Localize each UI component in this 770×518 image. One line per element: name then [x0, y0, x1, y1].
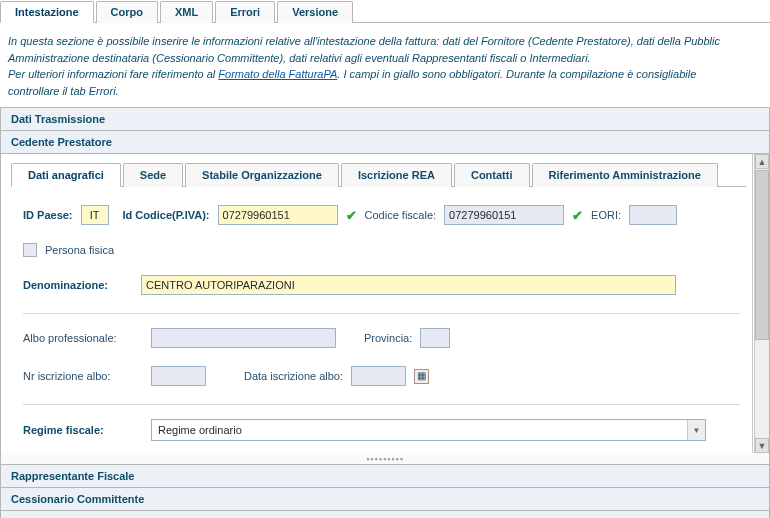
eori-input[interactable]: [629, 205, 677, 225]
albo-prof-input[interactable]: [151, 328, 336, 348]
intro-line3a: Per ulteriori informazioni fare riferime…: [8, 68, 218, 80]
id-paese-label: ID Paese:: [23, 209, 73, 221]
codice-fiscale-input[interactable]: [444, 205, 564, 225]
acc-terzo-intermediario[interactable]: Terzo Intermediario O Soggetto Emittente: [0, 511, 770, 518]
acc-rappresentante-fiscale[interactable]: Rappresentante Fiscale: [0, 465, 770, 488]
intro-line1: In questa sezione è possibile inserire l…: [8, 35, 720, 47]
id-codice-label: Id Codice(P.IVA):: [123, 209, 210, 221]
tab-versione[interactable]: Versione: [277, 1, 353, 23]
provincia-input[interactable]: [420, 328, 450, 348]
scroll-up-button[interactable]: ▲: [755, 154, 769, 169]
albo-prof-label: Albo professionale:: [23, 332, 143, 344]
intro-line3b: . I campi in giallo sono obbligatori. Du…: [337, 68, 696, 80]
check-icon: ✔: [346, 208, 357, 223]
itab-rif-amm[interactable]: Riferimento Amministrazione: [532, 163, 718, 187]
formato-fatturapa-link[interactable]: Formato della FatturaPA: [218, 68, 337, 80]
itab-contatti[interactable]: Contatti: [454, 163, 530, 187]
id-paese-input[interactable]: [81, 205, 109, 225]
itab-stabile-org[interactable]: Stabile Organizzazione: [185, 163, 339, 187]
data-iscrizione-label: Data iscrizione albo:: [244, 370, 343, 382]
separator: [23, 404, 740, 405]
check-icon: ✔: [572, 208, 583, 223]
calendar-icon[interactable]: ▦: [414, 369, 429, 384]
form-area: ID Paese: Id Codice(P.IVA): ✔ Codice fis…: [11, 205, 746, 441]
chevron-down-icon: ▼: [687, 420, 705, 440]
regime-fiscale-label: Regime fiscale:: [23, 424, 143, 436]
intro-line2: Amministrazione destinataria (Cessionari…: [8, 52, 591, 64]
separator: [23, 313, 740, 314]
tab-errori[interactable]: Errori: [215, 1, 275, 23]
itab-sede[interactable]: Sede: [123, 163, 183, 187]
tab-xml[interactable]: XML: [160, 1, 213, 23]
nr-iscrizione-label: Nr iscrizione albo:: [23, 370, 143, 382]
data-iscrizione-input[interactable]: [351, 366, 406, 386]
persona-fisica-checkbox[interactable]: [23, 243, 37, 257]
scroll-down-button[interactable]: ▼: [755, 438, 769, 453]
vertical-scrollbar[interactable]: ▲ ▼: [754, 154, 769, 453]
inner-tabs: Dati anagrafici Sede Stabile Organizzazi…: [11, 162, 746, 187]
denominazione-input[interactable]: [141, 275, 676, 295]
provincia-label: Provincia:: [364, 332, 412, 344]
scroll-thumb[interactable]: [755, 170, 769, 340]
acc-cedente-prestatore[interactable]: Cedente Prestatore: [0, 131, 770, 154]
tab-intestazione[interactable]: Intestazione: [0, 1, 94, 23]
resize-grip[interactable]: ▪▪▪▪▪▪▪▪▪: [0, 453, 770, 465]
persona-fisica-label: Persona fisica: [45, 244, 114, 256]
eori-label: EORI:: [591, 209, 621, 221]
acc-dati-trasmissione[interactable]: Dati Trasmissione: [0, 108, 770, 131]
acc-cessionario-committente[interactable]: Cessionario Committente: [0, 488, 770, 511]
regime-fiscale-select[interactable]: Regime ordinario ▼: [151, 419, 706, 441]
itab-iscrizione-rea[interactable]: Iscrizione REA: [341, 163, 452, 187]
regime-fiscale-value: Regime ordinario: [158, 424, 242, 436]
acc-cedente-body: Dati anagrafici Sede Stabile Organizzazi…: [0, 154, 770, 453]
nr-iscrizione-input[interactable]: [151, 366, 206, 386]
denominazione-label: Denominazione:: [23, 279, 133, 291]
codice-fiscale-label: Codice fiscale:: [365, 209, 437, 221]
tab-corpo[interactable]: Corpo: [96, 1, 158, 23]
id-codice-input[interactable]: [218, 205, 338, 225]
intro-text: In questa sezione è possibile inserire l…: [0, 23, 770, 107]
top-tabs: Intestazione Corpo XML Errori Versione: [0, 0, 770, 23]
itab-dati-anagrafici[interactable]: Dati anagrafici: [11, 163, 121, 187]
accordion: Dati Trasmissione Cedente Prestatore Dat…: [0, 107, 770, 518]
intro-line4: controllare il tab Errori.: [8, 85, 119, 97]
